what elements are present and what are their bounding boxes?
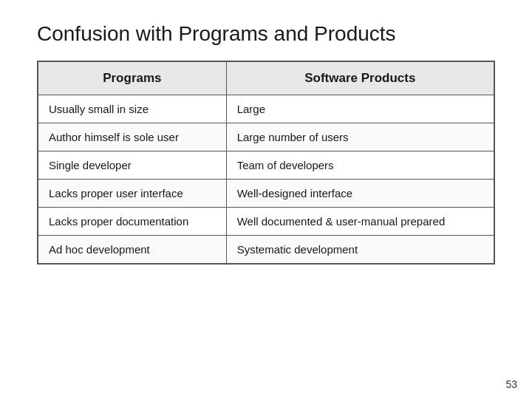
cell-2-1: Team of developers bbox=[226, 151, 494, 180]
cell-4-0: Lacks proper documentation bbox=[38, 208, 226, 236]
header-programs: Programs bbox=[38, 61, 226, 95]
header-software-products: Software Products bbox=[226, 61, 494, 95]
cell-3-1: Well-designed interface bbox=[226, 180, 494, 208]
cell-5-0: Ad hoc development bbox=[38, 236, 226, 265]
table-row: Usually small in sizeLarge bbox=[38, 95, 494, 123]
table-row: Author himself is sole userLarge number … bbox=[38, 123, 494, 151]
table-row: Lacks proper documentationWell documente… bbox=[38, 208, 494, 236]
cell-1-1: Large number of users bbox=[226, 123, 494, 151]
cell-2-0: Single developer bbox=[38, 151, 226, 180]
cell-3-0: Lacks proper user interface bbox=[38, 180, 226, 208]
cell-0-1: Large bbox=[226, 95, 494, 123]
cell-1-0: Author himself is sole user bbox=[38, 123, 226, 151]
comparison-table: Programs Software Products Usually small… bbox=[37, 61, 495, 265]
table-row: Single developerTeam of developers bbox=[38, 151, 494, 180]
table-row: Lacks proper user interfaceWell-designed… bbox=[38, 180, 494, 208]
cell-4-1: Well documented & user-manual prepared bbox=[226, 208, 494, 236]
cell-5-1: Systematic development bbox=[226, 236, 494, 265]
table-header-row: Programs Software Products bbox=[38, 61, 494, 95]
slide-container: Confusion with Programs and Products Pro… bbox=[0, 0, 532, 399]
cell-0-0: Usually small in size bbox=[38, 95, 226, 123]
table-row: Ad hoc developmentSystematic development bbox=[38, 236, 494, 265]
slide-number: 53 bbox=[505, 378, 517, 390]
slide-title: Confusion with Programs and Products bbox=[37, 22, 495, 46]
